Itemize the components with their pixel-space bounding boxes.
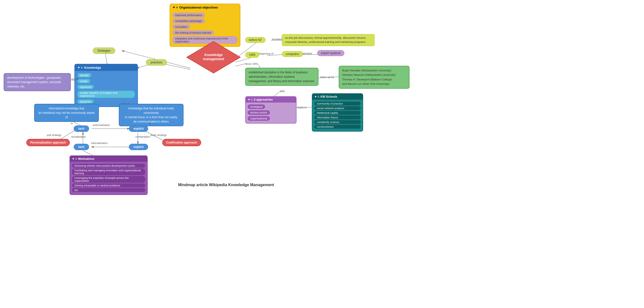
pull-strategy-label: pull strategy [47, 134, 61, 137]
explicit-desc-node: knowledge that the individual holds cons… [119, 104, 184, 126]
diamond-shape: Knowledge management [186, 40, 242, 74]
knowledge-node: ✦ ≡ Knowledge identify create represent … [74, 64, 138, 107]
org-item-0: improved performance [172, 13, 205, 17]
k-item-1: create [77, 79, 90, 83]
knowledge-header: ✦ ≡ Knowledge [75, 64, 138, 71]
year1950-node: 1950 [245, 52, 259, 58]
is-label-2: is [149, 122, 151, 125]
k-item-2: represent [77, 85, 94, 89]
established-discipline-node: established discipline in the fields of … [245, 68, 318, 86]
dev-tech-node: development of technologies : groupware,… [4, 73, 71, 91]
push-strategy-label: push strategy [150, 134, 167, 137]
strategies-node: Strategies [93, 47, 115, 54]
practices-node: practices [146, 59, 167, 66]
school-2: intellectual capital [314, 111, 361, 115]
motivations-header: ✦ ≡ Motivations [70, 156, 147, 162]
tacit1-node: tacit [74, 126, 89, 132]
before50-node: before 50' [245, 37, 266, 43]
connections-svg [0, 0, 644, 308]
k-item-0: identify [77, 73, 91, 77]
km-diamond: Knowledge management [186, 40, 242, 74]
org-objectives-header: ✦ ≡ Organizational objectives [170, 4, 240, 11]
combination-label: combination [136, 135, 150, 138]
org-item-3: the sharing of lessons learned [172, 30, 214, 35]
tacit2-node: tacit [74, 144, 89, 150]
k-item-3: enable adoption of insights and experien… [77, 91, 135, 98]
motivation-1: Facilitating and managing innovation and… [72, 168, 145, 175]
school-3: information theory [314, 116, 361, 119]
svg-text:Knowledge: Knowledge [204, 53, 223, 57]
org-item-2: innovation [172, 25, 190, 29]
since1991-label: since 1991 [245, 62, 258, 65]
mindmap-canvas: ✦ ≡ Organizational objectives improved p… [0, 0, 644, 308]
tacit-desc-node: internalized knowledge that an individua… [34, 104, 99, 122]
codification-node: Codification approach [162, 139, 201, 146]
socialization-label: socialization [71, 135, 86, 138]
page-title: Mindmap article Wikipedia Knowledge Mana… [178, 183, 274, 187]
with-label: with [280, 90, 285, 93]
motivations-node: ✦ ≡ Motivations Achieving shorter new pr… [70, 155, 148, 195]
taken-up-by-label: taken up by [320, 76, 334, 78]
is-label-1: is [71, 122, 73, 125]
expert-systems-node: expert systems [317, 50, 344, 56]
approach-2: organisational [248, 116, 270, 121]
school-1: social network analysis [314, 106, 361, 110]
externalization-label: externalization [93, 124, 110, 127]
internalization-label: internalization [91, 142, 108, 145]
three-approaches-node: ✦ ≡ 3 approaches ecological techno-centr… [245, 96, 296, 124]
motivation-3: Solving intractable or wicked problems [72, 183, 145, 187]
personalization-node: Personalization approach [26, 139, 70, 146]
approach-1: techno-centric [248, 110, 270, 115]
computers-node: computers [282, 51, 303, 57]
three-approaches-header: ✦ ≡ 3 approaches [246, 97, 296, 103]
km-schools-node: ✦ ≡ KM Schools community of practice soc… [312, 93, 363, 132]
approach-0: ecological [248, 105, 265, 109]
leads-to-label: leads to [297, 106, 307, 109]
motivation-0: Achieving shorter new product developmen… [72, 164, 145, 168]
motivation-2: Leveraging the expertise of people acros… [72, 176, 145, 183]
org-item-1: competitive advantage [172, 19, 205, 23]
school-5: constructivism [314, 125, 361, 129]
explicit1-node: explicit [129, 126, 148, 132]
develop-label: develop [302, 52, 312, 55]
school-4: complexity science [314, 120, 361, 124]
needs-label: needs [71, 77, 78, 80]
school-0: community of practice [314, 102, 361, 106]
before50-desc: on-the-job discussions, formal apprentic… [282, 34, 374, 46]
motivation-4: etc. [72, 188, 145, 192]
km-schools-header: ✦ ≡ KM Schools [312, 94, 363, 100]
founders-node: Ikujiro Nonaka (Hitotsubashi University)… [339, 66, 410, 89]
explicit2-node: explicit [129, 144, 148, 150]
svg-text:management: management [203, 57, 224, 61]
beginning-of-label: beginning of [259, 52, 273, 55]
